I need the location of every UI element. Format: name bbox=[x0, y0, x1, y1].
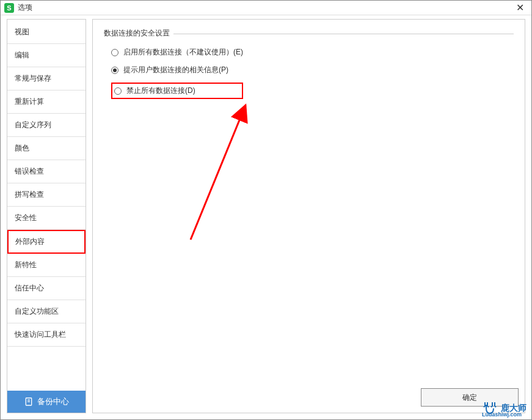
radio-label: 启用所有数据连接（不建议使用）(E) bbox=[123, 47, 243, 57]
sidebar-item-quick-access-toolbar[interactable]: 快速访问工具栏 bbox=[7, 323, 86, 347]
backup-label: 备份中心 bbox=[37, 396, 69, 407]
window-title: 选项 bbox=[18, 2, 32, 13]
sidebar-item-security[interactable]: 安全性 bbox=[7, 207, 86, 230]
group-title: 数据连接的安全设置 bbox=[104, 28, 173, 39]
sidebar-item-error-check[interactable]: 错误检查 bbox=[7, 160, 86, 183]
app-icon: S bbox=[4, 3, 14, 13]
sidebar-item-recalculate[interactable]: 重新计算 bbox=[7, 90, 86, 114]
backup-center-button[interactable]: 备份中心 bbox=[7, 391, 86, 413]
radio-group: 启用所有数据连接（不建议使用）(E) 提示用户数据连接的相关信息(P) 禁止所有… bbox=[104, 39, 514, 99]
radio-icon bbox=[111, 67, 118, 74]
titlebar: S 选项 ✕ bbox=[1, 1, 531, 15]
svg-line-4 bbox=[191, 105, 246, 240]
sidebar-item-general-save[interactable]: 常规与保存 bbox=[7, 67, 86, 90]
radio-enable-all[interactable]: 启用所有数据连接（不建议使用）(E) bbox=[111, 47, 514, 57]
sidebar-item-new-features[interactable]: 新特性 bbox=[7, 254, 86, 277]
body-area: 视图 编辑 常规与保存 重新计算 自定义序列 颜色 错误检查 拼写检查 安全性 … bbox=[7, 19, 525, 413]
radio-icon bbox=[111, 49, 118, 56]
security-settings-group: 数据连接的安全设置 启用所有数据连接（不建议使用）(E) 提示用户数据连接的相关… bbox=[104, 28, 514, 99]
backup-icon bbox=[24, 397, 34, 407]
sidebar-item-trust-center[interactable]: 信任中心 bbox=[7, 277, 86, 300]
sidebar-item-custom-sequence[interactable]: 自定义序列 bbox=[7, 114, 86, 137]
annotation-arrow-icon bbox=[184, 99, 270, 246]
content-panel: 数据连接的安全设置 启用所有数据连接（不建议使用）(E) 提示用户数据连接的相关… bbox=[92, 19, 525, 413]
close-icon[interactable]: ✕ bbox=[512, 2, 528, 13]
radio-label: 提示用户数据连接的相关信息(P) bbox=[123, 65, 228, 75]
radio-label: 禁止所有数据连接(D) bbox=[126, 86, 195, 96]
radio-prompt-user[interactable]: 提示用户数据连接的相关信息(P) bbox=[111, 65, 514, 75]
sidebar-item-custom-ribbon[interactable]: 自定义功能区 bbox=[7, 300, 86, 323]
sidebar-item-spell-check[interactable]: 拼写检查 bbox=[7, 183, 86, 207]
sidebar-item-color[interactable]: 颜色 bbox=[7, 137, 86, 160]
watermark: 鹿大师 Ludashiwj.com bbox=[481, 401, 527, 416]
ok-label: 确定 bbox=[462, 392, 477, 403]
sidebar-item-edit[interactable]: 编辑 bbox=[7, 44, 86, 67]
radio-disable-all[interactable]: 禁止所有数据连接(D) bbox=[111, 83, 243, 99]
radio-icon bbox=[114, 87, 122, 95]
options-window: S 选项 ✕ 视图 编辑 常规与保存 重新计算 自定义序列 颜色 错误检查 拼写… bbox=[0, 0, 532, 420]
app-icon-letter: S bbox=[7, 4, 11, 12]
sidebar-item-view[interactable]: 视图 bbox=[7, 21, 86, 44]
radio-dot-icon bbox=[113, 68, 117, 72]
sidebar-item-external-content[interactable]: 外部内容 bbox=[7, 230, 86, 254]
sidebar: 视图 编辑 常规与保存 重新计算 自定义序列 颜色 错误检查 拼写检查 安全性 … bbox=[7, 19, 86, 413]
watermark-url: Ludashiwj.com bbox=[482, 411, 522, 418]
